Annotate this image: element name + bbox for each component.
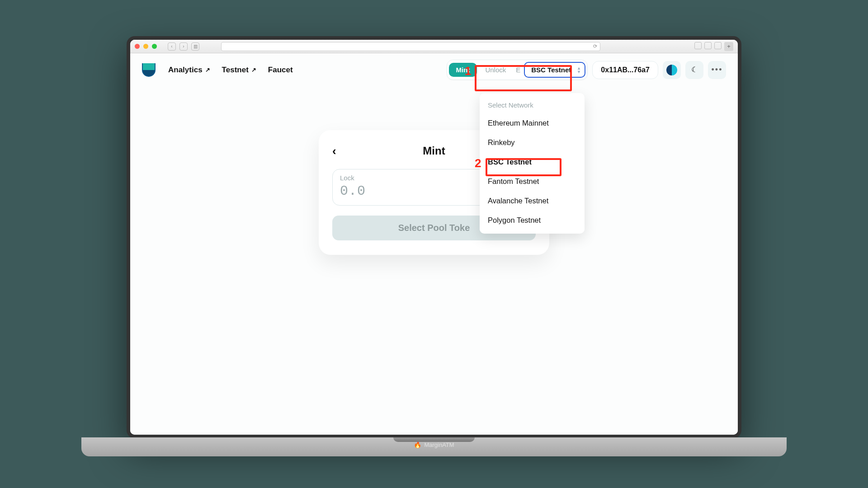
token-icon [666,65,677,75]
nav-faucet[interactable]: Faucet [268,66,293,75]
header-right: Mint Unlock E BSC Testnet ▴▾ 0x11AB...76… [447,60,726,80]
browser-right-controls: + [694,42,733,51]
card-title: Mint [423,145,445,157]
browser-forward-button[interactable]: › [179,42,188,51]
token-button[interactable] [663,61,681,79]
new-tab-button[interactable]: + [724,42,733,51]
brand-label: MarginATM [424,441,454,448]
main-nav: Analytics ↗ Testnet ↗ Faucet [168,66,293,75]
external-link-icon: ↗ [251,66,256,73]
flame-icon: 🔥 [414,441,421,448]
nav-analytics[interactable]: Analytics ↗ [168,66,210,75]
chevron-updown-icon: ▴▾ [578,66,580,74]
network-selected-label: BSC Testnet [531,66,571,74]
browser-back-button[interactable]: ‹ [168,42,176,51]
browser-sidebar-button[interactable]: ▥ [191,42,199,51]
dropdown-header: Select Network [480,98,585,113]
network-dropdown: Select Network Ethereum Mainnet Rinkeby … [480,93,585,234]
ellipsis-icon: ••• [712,65,723,75]
moon-icon: ☾ [691,65,698,75]
app-header: Analytics ↗ Testnet ↗ Faucet [130,53,738,86]
laptop-frame: ‹ › ▥ ⟳ + Analytics [81,18,787,470]
laptop-screen: ‹ › ▥ ⟳ + Analytics [127,36,741,438]
app-logo-icon[interactable] [142,63,156,77]
network-selector[interactable]: BSC Testnet ▴▾ [524,62,585,78]
nav-testnet[interactable]: Testnet ↗ [222,66,256,75]
share-icon[interactable] [704,42,712,49]
network-option-rinkeby[interactable]: Rinkeby [480,133,585,152]
network-option-polygon-testnet[interactable]: Polygon Testnet [480,211,585,230]
window-close-icon[interactable] [135,44,140,49]
window-minimize-icon[interactable] [143,44,148,49]
window-maximize-icon[interactable] [152,44,157,49]
app-root: Analytics ↗ Testnet ↗ Faucet [130,53,738,435]
browser-chrome: ‹ › ▥ ⟳ + [130,40,738,53]
lock-label: Lock [340,174,366,182]
laptop-brand: 🔥 MarginATM [414,441,454,448]
nav-label: Testnet [222,66,249,75]
unlock-button[interactable]: Unlock [479,63,512,77]
back-button[interactable]: ‹ [332,144,336,158]
annotation-number-1: 1 [465,64,471,78]
mint-button[interactable]: Mint [449,63,477,77]
annotation-number-2: 2 [475,156,481,170]
dark-mode-toggle[interactable]: ☾ [685,61,703,79]
refresh-icon[interactable]: ⟳ [593,43,597,49]
nav-label: Faucet [268,66,293,75]
network-option-ethereum-mainnet[interactable]: Ethereum Mainnet [480,113,585,133]
more-menu-button[interactable]: ••• [708,61,726,79]
copy-icon[interactable] [714,42,722,49]
url-bar[interactable]: ⟳ [221,42,600,51]
wallet-address[interactable]: 0x11AB...76a7 [592,61,658,79]
external-link-icon: ↗ [205,66,210,73]
nav-label: Analytics [168,66,203,75]
laptop-notch [393,437,475,442]
truncated-label: E [514,66,522,74]
network-option-fantom-testnet[interactable]: Fantom Testnet [480,172,585,191]
network-option-avalanche-testnet[interactable]: Avalanche Testnet [480,191,585,211]
lock-amount-input[interactable]: 0.0 [340,183,366,199]
shield-icon[interactable] [694,42,702,49]
network-option-bsc-testnet[interactable]: BSC Testnet [480,152,585,172]
browser-window: ‹ › ▥ ⟳ + Analytics [130,40,738,435]
